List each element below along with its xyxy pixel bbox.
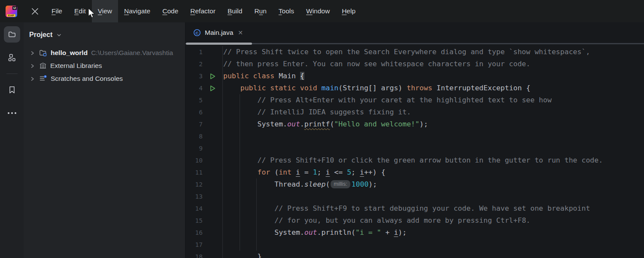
code-line: 2// then press Enter. You can now see wh… [185, 58, 644, 70]
tab-label: Main.java [205, 29, 233, 37]
gutter [203, 70, 222, 82]
code-editor[interactable]: 1// Press Shift twice to open the Search… [185, 45, 644, 258]
menu-item-window[interactable]: Window [300, 0, 336, 22]
code-line: 3public class Main { [185, 70, 644, 82]
menu-item-view[interactable]: View [92, 0, 118, 22]
code-line: 7 System.out.printf("Hello and welcome!"… [185, 118, 644, 130]
scratches-icon [39, 75, 47, 83]
tree-item-label: External Libraries [50, 62, 102, 70]
gutter [203, 190, 222, 203]
code-text: // then press Enter. You can now see whi… [222, 58, 644, 70]
line-number: 3 [185, 70, 203, 82]
tab-close-icon[interactable]: ✕ [238, 30, 243, 36]
structure-icon [8, 53, 16, 62]
java-class-icon: C [193, 29, 201, 37]
code-text: // Press Alt+Enter with your caret at th… [222, 94, 644, 106]
line-number: 6 [185, 106, 203, 118]
project-panel-header[interactable]: Project [24, 27, 185, 43]
line-number: 10 [185, 154, 203, 166]
line-number: 1 [185, 46, 203, 58]
close-icon[interactable] [30, 6, 40, 16]
code-text [222, 239, 644, 251]
menu-item-tools[interactable]: Tools [273, 0, 300, 22]
more-button[interactable] [4, 105, 20, 121]
code-text: } [222, 251, 644, 258]
chevron-down-icon [56, 32, 62, 38]
code-line: 6 // IntelliJ IDEA suggests fixing it. [185, 106, 644, 118]
horizontal-scrollbar-track [185, 43, 644, 44]
code-text: public static void main(String[] args) t… [222, 82, 644, 94]
tree-item-external-libraries[interactable]: External Libraries [24, 59, 185, 72]
code-text: // Press Shift twice to open the Search … [222, 46, 644, 58]
ide-window: IJ EAP FileEditViewNavigateCodeRefactorB… [0, 0, 644, 258]
tree-item-path: C:\Users\Gaiane.Varvashtia [91, 49, 173, 57]
run-button[interactable] [210, 73, 216, 80]
bookmarks-icon [8, 86, 16, 94]
project-folder-button[interactable] [4, 26, 20, 43]
gutter [203, 251, 222, 258]
code-text: for (int i = 1; i <= 5; i++) { [222, 166, 644, 178]
line-number: 17 [185, 239, 203, 251]
code-line: 10 // Press Shift+F10 or click the green… [185, 154, 644, 166]
gutter [203, 118, 222, 130]
code-text [222, 142, 644, 154]
gutter [203, 82, 222, 94]
code-text: System.out.printf("Hello and welcome!"); [222, 118, 644, 130]
menu-item-run[interactable]: Run [248, 0, 272, 22]
chevron-right-icon[interactable] [30, 51, 35, 55]
line-number: 15 [185, 215, 203, 227]
line-number: 12 [185, 178, 203, 190]
code-line: 16 System.out.println("i = " + i); [185, 227, 644, 239]
module-folder-icon [39, 49, 47, 57]
code-line: 17 [185, 239, 644, 251]
horizontal-scrollbar-thumb[interactable] [186, 43, 252, 45]
menu-item-file[interactable]: File [46, 0, 68, 22]
chevron-right-icon[interactable] [30, 77, 35, 81]
tree-item-hello-world[interactable]: hello_worldC:\Users\Gaiane.Varvashtia [24, 46, 185, 59]
gutter [203, 94, 222, 106]
menu-item-edit[interactable]: Edit [68, 0, 92, 22]
tab-main-java[interactable]: C Main.java ✕ [188, 22, 248, 43]
gutter [203, 130, 222, 142]
gutter [203, 142, 222, 154]
more-icon [7, 112, 17, 114]
main-menu: FileEditViewNavigateCodeRefactorBuildRun… [46, 0, 361, 22]
bookmarks-button[interactable] [4, 82, 20, 98]
code-line: 12 Thread.sleep(millis:1000); [185, 178, 644, 190]
menu-item-refactor[interactable]: Refactor [184, 0, 222, 22]
indent-guide [240, 94, 240, 251]
structure-button[interactable] [4, 49, 20, 66]
line-number: 7 [185, 118, 203, 130]
run-button[interactable] [210, 85, 216, 92]
menu-item-help[interactable]: Help [336, 0, 361, 22]
inlay-hint: millis: [331, 180, 350, 188]
line-number: 2 [185, 58, 203, 70]
line-number: 11 [185, 166, 203, 178]
menu-bar: IJ EAP FileEditViewNavigateCodeRefactorB… [0, 0, 644, 22]
stripe-divider [6, 74, 18, 74]
line-number: 9 [185, 142, 203, 154]
code-line: 4 public static void main(String[] args)… [185, 82, 644, 94]
intellij-logo-icon: IJ EAP [6, 6, 17, 17]
gutter [203, 215, 222, 227]
gutter [203, 166, 222, 178]
project-tool-window: Project hello_worldC:\Users\Gaiane.Varva… [24, 22, 185, 258]
code-line: 1// Press Shift twice to open the Search… [185, 46, 644, 58]
editor-area: C Main.java ✕ 1// Press Shift twice to o… [185, 22, 644, 258]
tree-item-label: hello_world [51, 49, 88, 57]
gutter [203, 154, 222, 166]
chevron-right-icon[interactable] [30, 64, 35, 68]
gutter [203, 227, 222, 239]
editor-tab-bar: C Main.java ✕ [185, 22, 644, 43]
menu-item-code[interactable]: Code [156, 0, 184, 22]
gutter [203, 178, 222, 190]
tree-item-scratches-and-consoles[interactable]: Scratches and Consoles [24, 72, 185, 85]
line-number: 5 [185, 94, 203, 106]
line-number: 18 [185, 251, 203, 258]
menu-item-navigate[interactable]: Navigate [118, 0, 156, 22]
code-line: 18 } [185, 251, 644, 258]
menu-item-build[interactable]: Build [222, 0, 248, 22]
tool-window-stripe [0, 22, 24, 258]
code-line: 15 // for you, but you can always add mo… [185, 215, 644, 227]
code-text: // IntelliJ IDEA suggests fixing it. [222, 106, 644, 118]
